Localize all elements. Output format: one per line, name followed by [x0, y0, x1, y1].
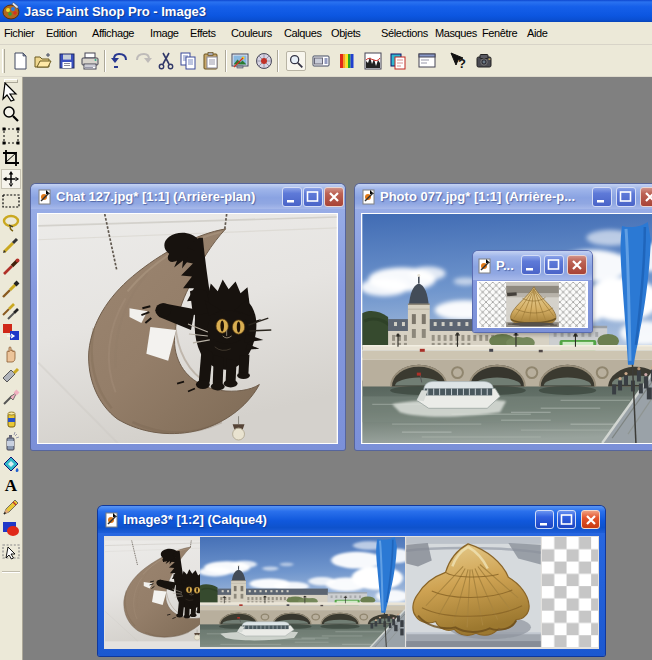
svg-text:A: A: [5, 476, 18, 495]
svg-text:?: ?: [458, 56, 466, 71]
